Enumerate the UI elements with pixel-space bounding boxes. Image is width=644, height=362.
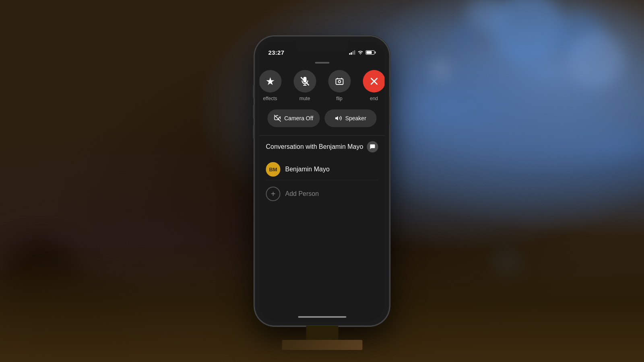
- speaker-button[interactable]: Speaker: [324, 109, 377, 127]
- section-divider: [260, 135, 385, 136]
- add-person-icon: +: [266, 187, 281, 201]
- svg-rect-1: [336, 79, 343, 84]
- conversation-title: Conversation with Benjamin Mayo: [266, 143, 363, 150]
- svg-marker-5: [335, 116, 338, 121]
- phone-device: 23:27: [255, 36, 390, 326]
- home-indicator[interactable]: [298, 316, 346, 318]
- phone-notch: [296, 41, 348, 52]
- call-controls: effects mute: [260, 64, 385, 127]
- mute-circle: [293, 70, 316, 93]
- flip-button[interactable]: flip: [328, 70, 351, 101]
- camera-off-icon: [274, 115, 281, 122]
- status-time: 23:27: [268, 49, 285, 56]
- contact-name: Benjamin Mayo: [285, 166, 330, 173]
- battery-icon: [366, 50, 376, 55]
- phone-stand: [306, 326, 338, 342]
- flip-icon: [334, 76, 344, 86]
- end-call-circle: [363, 70, 385, 93]
- screen-content: effects mute: [260, 59, 385, 321]
- svg-point-2: [338, 80, 341, 83]
- mute-icon: [300, 76, 310, 86]
- add-person-label: Add Person: [285, 190, 319, 197]
- wifi-icon: [357, 50, 364, 55]
- main-controls-row: effects mute: [268, 70, 377, 101]
- phone-screen: 23:27: [260, 41, 385, 321]
- camera-off-label: Camera Off: [284, 115, 313, 121]
- add-person-button[interactable]: + Add Person: [266, 183, 378, 204]
- contact-avatar: BM: [266, 162, 281, 177]
- effects-button[interactable]: effects: [260, 70, 282, 101]
- mute-button[interactable]: mute: [293, 70, 316, 101]
- status-icons: [349, 50, 376, 55]
- camera-off-button[interactable]: Camera Off: [268, 109, 320, 127]
- contact-row: BM Benjamin Mayo: [266, 159, 378, 180]
- phone-box: [282, 340, 362, 350]
- speaker-icon: [335, 115, 342, 122]
- conversation-section: Conversation with Benjamin Mayo BM Benja…: [260, 141, 385, 204]
- effects-label: effects: [263, 96, 277, 101]
- flip-label: flip: [336, 96, 342, 101]
- flip-circle: [328, 70, 351, 93]
- phone-frame: 23:27: [255, 36, 390, 326]
- effects-circle: [260, 70, 282, 93]
- avatar-initials: BM: [269, 167, 277, 173]
- wide-buttons-row: Camera Off Speaker: [268, 109, 377, 127]
- end-label: end: [370, 96, 378, 101]
- plus-icon: +: [271, 189, 276, 199]
- mute-label: mute: [299, 96, 310, 101]
- conversation-header: Conversation with Benjamin Mayo: [266, 141, 378, 152]
- speaker-label: Speaker: [345, 115, 366, 121]
- effects-icon: [265, 76, 275, 86]
- message-icon[interactable]: [367, 141, 378, 152]
- speech-bubble-icon: [369, 144, 376, 150]
- end-call-icon: [369, 77, 378, 86]
- end-call-button[interactable]: end: [363, 70, 385, 101]
- signal-icon: [349, 50, 355, 55]
